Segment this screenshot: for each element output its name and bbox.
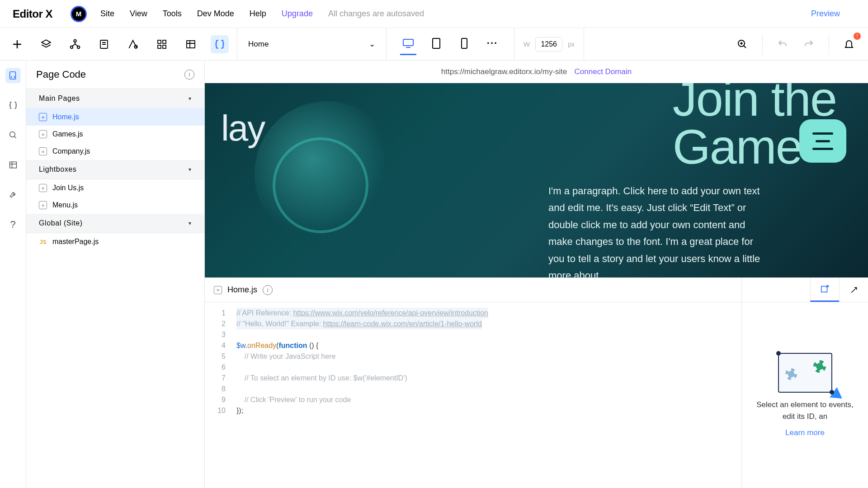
svg-rect-8 [163,45,166,48]
code-nav-strip: ? [0,61,26,488]
undo-button[interactable] [774,35,792,53]
section-global[interactable]: Global (Site)▾ [26,214,204,233]
collapse-icon: ▾ [189,166,192,173]
svg-rect-9 [187,41,195,48]
help-tab[interactable]: ? [5,217,21,232]
info-icon[interactable]: i [263,285,273,295]
hamburger-menu-button[interactable] [799,119,846,163]
page-panel-button[interactable] [95,35,113,53]
section-main-pages[interactable]: Main Pages▾ [26,89,204,108]
site-url-bar: https://michaelgraw.editorx.io/my-site C… [205,61,868,83]
code-content[interactable]: // API Reference: https://www.wix.com/ve… [230,302,488,488]
js-badge-icon: JS [39,239,47,245]
code-tab-home[interactable]: Home.js [227,285,257,295]
editor-toolbar: Home ⌄ ··· W px ! [0,28,868,61]
device-desktop-button[interactable] [400,33,416,55]
hero-text-fragment[interactable]: lay [221,108,264,149]
svg-rect-16 [9,162,16,168]
search-code-tab[interactable] [5,127,21,143]
file-label: masterPage.js [52,238,99,246]
svg-rect-11 [433,38,440,48]
file-label: Company.js [52,147,90,155]
svg-rect-7 [158,45,161,48]
section-lightboxes[interactable]: Lightboxes▾ [26,160,204,179]
page-selector-dropdown[interactable]: Home ⌄ [237,28,387,61]
section-label: Global (Site) [39,219,83,227]
device-tablet-button[interactable] [428,33,444,55]
cms-button[interactable] [182,35,200,53]
menu-upgrade[interactable]: Upgrade [282,9,313,19]
page-code-tab[interactable] [5,68,21,83]
js-file-icon: ≡ [39,147,47,155]
user-avatar[interactable]: M [71,6,87,22]
file-home-js[interactable]: ≡Home.js [26,108,204,126]
site-structure-button[interactable] [66,35,84,53]
file-join-us-js[interactable]: ≡Join Us.js [26,179,204,197]
menu-view[interactable]: View [130,9,147,19]
menu-site[interactable]: Site [100,9,114,19]
page-selector-label: Home [248,40,269,49]
app-logo: Editor X [13,8,52,20]
file-label: Home.js [52,113,79,121]
file-label: Menu.js [52,201,78,209]
js-file-icon: ≡ [39,130,47,138]
menu-tools[interactable]: Tools [163,9,182,19]
learn-more-link[interactable]: Learn more [785,428,825,437]
add-element-button[interactable] [8,35,26,53]
width-unit: px [568,41,575,48]
preview-link[interactable]: Preview [811,9,840,19]
menu-help[interactable]: Help [250,9,266,19]
connect-domain-link[interactable]: Connect Domain [575,67,632,76]
js-file-icon: ≡ [39,201,47,209]
code-editor[interactable]: 12345678910 // API Reference: https://ww… [205,302,741,488]
file-masterpage-js[interactable]: JSmasterPage.js [26,233,204,250]
canvas-width-input[interactable] [535,37,562,52]
svg-point-15 [9,132,15,137]
theme-button[interactable] [124,35,142,53]
js-file-icon: ≡ [214,286,222,294]
section-label: Main Pages [39,94,80,103]
velo-tools-tab[interactable] [5,187,21,202]
notification-badge: ! [854,33,861,40]
svg-rect-10 [403,39,413,46]
collapse-icon: ▾ [189,95,192,102]
public-code-tab[interactable] [5,98,21,113]
menu-dev-mode[interactable]: Dev Mode [197,9,234,19]
device-mobile-button[interactable] [456,33,472,55]
sidebar-title: Page Code [36,69,86,80]
properties-tab-button[interactable] [810,278,839,302]
code-gutter: 12345678910 [205,302,230,488]
page-code-sidebar: Page Code i Main Pages▾ ≡Home.js ≡Games.… [26,61,205,488]
svg-rect-12 [462,38,467,48]
collapse-icon: ▾ [189,220,192,226]
databases-tab[interactable] [5,157,21,173]
site-preview-canvas[interactable]: lay Join theGame I'm a paragraph. Click … [205,83,868,277]
file-menu-js[interactable]: ≡Menu.js [26,197,204,214]
file-games-js[interactable]: ≡Games.js [26,126,204,143]
svg-rect-14 [9,72,15,80]
layers-button[interactable] [37,35,55,53]
properties-panel: Select an element to events, edit its ID… [741,278,868,488]
properties-hint-text: Select an element to events, edit its ID… [751,399,859,422]
zoom-button[interactable] [733,35,751,53]
svg-rect-6 [163,40,166,43]
file-label: Join Us.js [52,184,84,192]
svg-point-0 [74,39,76,42]
info-icon[interactable]: i [184,70,194,80]
file-label: Games.js [52,130,83,138]
masters-button[interactable] [153,35,171,53]
section-label: Lightboxes [39,165,76,174]
svg-rect-5 [158,40,161,43]
autosave-status: All changes are autosaved [328,9,424,19]
more-breakpoints-button[interactable]: ··· [484,33,500,55]
code-tab-bar: ≡ Home.js i [205,278,741,302]
code-braces-button[interactable] [211,35,229,53]
notifications-button[interactable]: ! [840,35,858,53]
hero-paragraph[interactable]: I'm a paragraph. Click here to add your … [548,183,770,277]
js-file-icon: ≡ [39,113,47,121]
file-company-js[interactable]: ≡Company.js [26,143,204,160]
redo-button[interactable] [800,35,818,53]
width-label: W [524,40,530,48]
select-element-illustration [778,353,832,393]
expand-panel-button[interactable] [839,278,868,302]
